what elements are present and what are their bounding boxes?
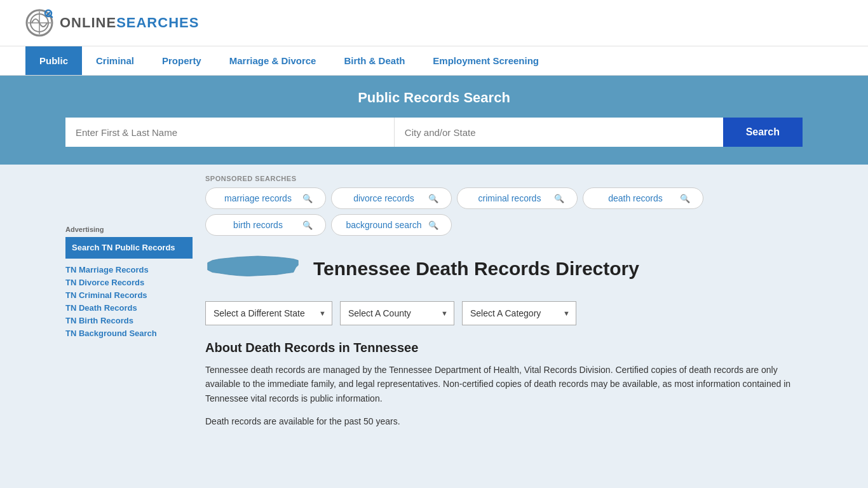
tag-label-marriage-records: marriage records — [219, 193, 297, 203]
header: ONLINESEARCHES — [0, 0, 868, 46]
about-heading: About Death Records in Tennessee — [205, 341, 803, 355]
navigation: Public Criminal Property Marriage & Divo… — [0, 46, 868, 76]
category-dropdown-wrapper: Select A Category ▼ — [462, 301, 576, 325]
tn-header: Tennessee Death Records Directory — [205, 248, 803, 288]
search-banner: Public Records Search Search — [0, 76, 868, 165]
tn-map — [205, 248, 301, 288]
name-input[interactable] — [65, 118, 394, 147]
category-dropdown[interactable]: Select A Category — [462, 301, 576, 325]
tag-label-background-search: background search — [344, 220, 423, 230]
sidebar-link-death[interactable]: TN Death Records — [65, 303, 193, 313]
search-tag-marriage-records[interactable]: marriage records🔍 — [205, 187, 326, 209]
search-form: Search — [65, 118, 803, 147]
county-dropdown[interactable]: Select A County — [340, 301, 454, 325]
sidebar-link-background[interactable]: TN Background Search — [65, 329, 193, 338]
tag-label-birth-records: birth records — [219, 220, 297, 230]
svg-line-5 — [51, 16, 53, 18]
tag-search-icon-divorce-records: 🔍 — [428, 194, 438, 203]
sponsored-label: SPONSORED SEARCHES — [205, 175, 803, 182]
logo-icon — [25, 9, 53, 37]
search-banner-title: Public Records Search — [25, 90, 843, 106]
search-tag-birth-records[interactable]: birth records🔍 — [205, 214, 326, 236]
tag-search-icon-criminal-records: 🔍 — [554, 194, 564, 203]
main-content: SPONSORED SEARCHES marriage records🔍divo… — [205, 175, 803, 429]
about-paragraph-1: Tennessee death records are managed by t… — [205, 363, 803, 405]
tag-search-icon-marriage-records: 🔍 — [302, 194, 313, 203]
tag-label-criminal-records: criminal records — [470, 193, 549, 203]
tag-search-icon-death-records: 🔍 — [680, 194, 690, 203]
nav-item-public[interactable]: Public — [25, 46, 82, 75]
logo-text: ONLINESEARCHES — [60, 15, 199, 31]
sidebar-link-marriage[interactable]: TN Marriage Records — [65, 265, 193, 274]
tag-search-icon-background-search: 🔍 — [428, 220, 438, 230]
sidebar-link-criminal[interactable]: TN Criminal Records — [65, 290, 193, 300]
county-dropdown-wrapper: Select A County ▼ — [340, 301, 454, 325]
search-tag-divorce-records[interactable]: divorce records🔍 — [331, 187, 452, 209]
tag-search-icon-birth-records: 🔍 — [302, 220, 313, 230]
nav-item-property[interactable]: Property — [148, 46, 215, 75]
search-tags: marriage records🔍divorce records🔍crimina… — [205, 187, 803, 236]
tag-label-divorce-records: divorce records — [344, 193, 423, 203]
about-paragraph-2: Death records are available for the past… — [205, 414, 803, 428]
nav-item-birth-death[interactable]: Birth & Death — [330, 46, 419, 75]
sidebar: Advertising Search TN Public Records TN … — [65, 175, 193, 429]
logo-searches: SEARCHES — [116, 15, 199, 30]
tag-label-death-records: death records — [596, 193, 675, 203]
search-button[interactable]: Search — [723, 118, 803, 147]
tennessee-map-icon — [205, 248, 301, 287]
search-tag-criminal-records[interactable]: criminal records🔍 — [457, 187, 578, 209]
state-dropdown-wrapper: Select a Different StateAlabamaAlaskaAri… — [205, 301, 332, 325]
nav-item-employment[interactable]: Employment Screening — [419, 46, 553, 75]
nav-item-criminal[interactable]: Criminal — [82, 46, 148, 75]
logo-online: ONLINE — [60, 15, 116, 30]
page-title: Tennessee Death Records Directory — [313, 258, 639, 280]
sidebar-link-birth[interactable]: TN Birth Records — [65, 316, 193, 325]
sidebar-link-divorce[interactable]: TN Divorce Records — [65, 278, 193, 287]
nav-item-marriage-divorce[interactable]: Marriage & Divorce — [215, 46, 330, 75]
location-input[interactable] — [394, 118, 723, 147]
sidebar-links: TN Marriage RecordsTN Divorce RecordsTN … — [65, 265, 193, 338]
dropdown-row: Select a Different StateAlabamaAlaskaAri… — [205, 301, 803, 325]
search-tag-background-search[interactable]: background search🔍 — [331, 214, 452, 236]
search-tag-death-records[interactable]: death records🔍 — [583, 187, 703, 209]
logo[interactable]: ONLINESEARCHES — [25, 9, 199, 37]
sidebar-ad-label: Advertising — [65, 226, 193, 233]
sidebar-ad-box[interactable]: Search TN Public Records — [65, 237, 193, 259]
state-dropdown[interactable]: Select a Different StateAlabamaAlaskaAri… — [205, 301, 332, 325]
